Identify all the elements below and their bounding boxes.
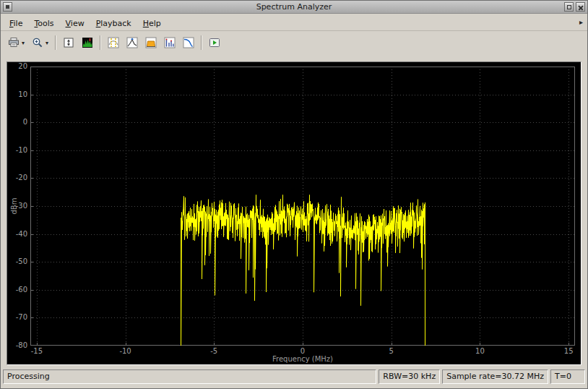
y-tick-label: 10 — [9, 91, 27, 98]
fit-view-icon — [63, 37, 74, 48]
y-tick-label: -20 — [9, 174, 27, 181]
plot-area: dBm Frequency (MHz) 20100-10-20-30-40-50… — [7, 61, 581, 365]
y-tick-label: 20 — [9, 63, 27, 70]
window-controls — [564, 2, 585, 12]
distortion-measurements-button[interactable] — [161, 34, 178, 51]
ccdf-icon — [183, 37, 194, 48]
status-cell-rbw: RBW=30 kHz — [379, 369, 440, 384]
dropdown-caret-icon[interactable]: ▾ — [46, 40, 48, 46]
channel-measurements-button[interactable] — [142, 34, 160, 51]
print-button[interactable]: ▾ — [5, 34, 27, 51]
maximize-icon — [567, 5, 571, 9]
zoom-button[interactable]: ▾ — [29, 34, 51, 51]
x-tick-label: -10 — [111, 347, 140, 355]
menu-overflow-icon[interactable]: ▸ — [579, 14, 583, 31]
menu-item-view[interactable]: View — [60, 15, 90, 33]
x-tick-label: 15 — [554, 347, 581, 355]
app-window: Spectrum Analyzer ▸ FileToolsViewPlaybac… — [0, 0, 588, 389]
close-button[interactable] — [576, 2, 585, 12]
title-bar[interactable]: Spectrum Analyzer — [1, 1, 587, 14]
y-tick-label: -50 — [9, 258, 27, 265]
y-tick-label: -60 — [9, 286, 27, 294]
peak-finder-button[interactable] — [124, 34, 141, 51]
x-tick-label: 10 — [465, 347, 494, 355]
plot-canvas[interactable] — [30, 67, 575, 346]
window-menu-button[interactable] — [3, 2, 12, 12]
playback-options-button[interactable] — [206, 34, 223, 51]
status-cell-time: T=0 — [550, 369, 585, 384]
x-tick-label: 5 — [377, 347, 406, 355]
zoom-in-icon — [32, 37, 43, 48]
menu-item-playback[interactable]: Playback — [90, 15, 137, 33]
y-tick-label: 0 — [9, 119, 27, 126]
y-tick-label: -40 — [9, 231, 27, 238]
toolbar-separator — [201, 35, 202, 50]
cursor-measurements-icon — [108, 37, 119, 48]
status-bar: Processing RBW=30 kHzSample rate=30.72 M… — [3, 369, 585, 385]
status-cell-sample-rate: Sample rate=30.72 MHz — [442, 369, 548, 384]
y-tick-label: -10 — [9, 147, 27, 154]
ccdf-measurements-button[interactable] — [180, 34, 197, 51]
maximize-button[interactable] — [564, 2, 574, 12]
cursor-measurements-button[interactable] — [105, 34, 122, 51]
menu-item-file[interactable]: File — [4, 15, 28, 33]
y-tick-label: -70 — [9, 314, 27, 321]
spectrum-settings-icon — [82, 37, 93, 48]
window-menu-icon — [6, 5, 9, 9]
x-axis-label: Frequency (MHz) — [30, 355, 575, 363]
toolbar: ▾▾ — [1, 31, 587, 54]
menu-bar: ▸ FileToolsViewPlaybackHelp — [1, 14, 587, 31]
dropdown-caret-icon[interactable]: ▾ — [22, 40, 25, 46]
playback-icon — [209, 37, 220, 48]
y-tick-label: -30 — [9, 202, 27, 210]
menu-item-help[interactable]: Help — [137, 15, 167, 33]
toolbar-separator — [100, 35, 101, 50]
x-tick-label: -5 — [199, 347, 228, 355]
spectrum-settings-button[interactable] — [79, 34, 96, 51]
status-message: Processing — [3, 369, 376, 384]
window-title: Spectrum Analyzer — [1, 1, 587, 13]
printer-icon — [8, 37, 20, 48]
peak-finder-icon — [126, 37, 138, 48]
scale-axes-button[interactable] — [60, 34, 77, 51]
distortion-measurements-icon — [164, 37, 176, 48]
x-tick-label: -15 — [22, 347, 51, 355]
menu-item-tools[interactable]: Tools — [28, 15, 59, 33]
channel-measurements-icon — [145, 37, 157, 48]
x-tick-label: 0 — [288, 347, 317, 355]
toolbar-separator — [55, 35, 56, 50]
